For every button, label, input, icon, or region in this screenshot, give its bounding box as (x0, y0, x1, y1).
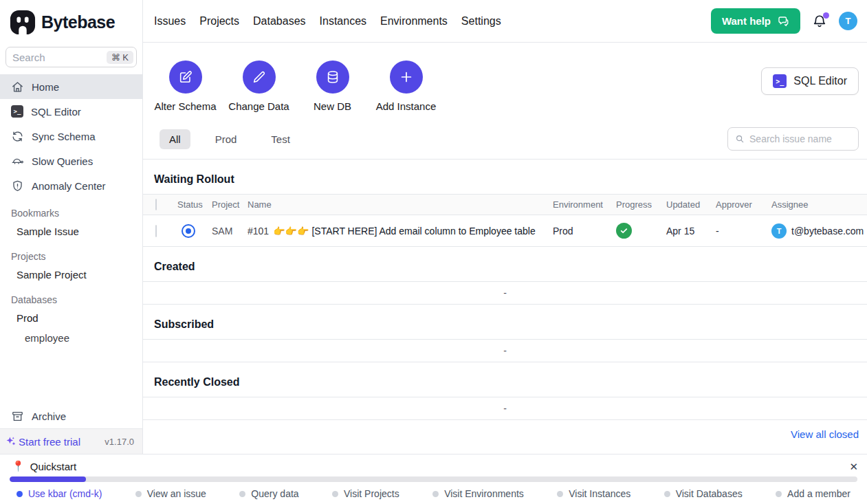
task-dot-icon (664, 491, 670, 497)
task-visit-environments[interactable]: Visit Environments (432, 488, 524, 499)
task-use-kbar[interactable]: Use kbar (cmd-k) (17, 488, 102, 499)
new-db-button[interactable]: New DB (307, 61, 358, 112)
want-help-label: Want help (722, 15, 771, 27)
turtle-icon (11, 155, 24, 168)
issue-id: #101 (248, 226, 269, 237)
col-status: Status (177, 199, 212, 210)
task-view-an-issue[interactable]: View an issue (135, 488, 206, 499)
sidebar-search-input[interactable] (12, 52, 107, 63)
nav-instances[interactable]: Instances (320, 15, 366, 28)
home-content: Alter Schema Change Data New DB Add Inst… (143, 43, 867, 454)
tab-prod[interactable]: Prod (206, 129, 247, 149)
tab-test[interactable]: Test (261, 129, 300, 149)
col-environment: Environment (553, 199, 616, 210)
sidebar-group-projects: Projects (0, 241, 142, 265)
sidebar-item-label: Anomaly Center (32, 180, 106, 192)
issue-search-input[interactable] (749, 133, 851, 144)
quick-action-label: Add Instance (376, 100, 437, 112)
plus-icon (399, 69, 414, 85)
tab-all[interactable]: All (160, 129, 190, 149)
nav-projects[interactable]: Projects (199, 15, 239, 28)
issue-updated: Apr 15 (666, 226, 716, 237)
assignee-email: t@bytebase.com (791, 226, 864, 237)
sidebar-item-sample-issue[interactable]: Sample Issue (0, 221, 142, 241)
task-dot-icon (17, 491, 23, 497)
alter-schema-button[interactable]: Alter Schema (160, 61, 211, 112)
home-icon (11, 80, 24, 94)
sidebar-group-bookmarks: Bookmarks (0, 198, 142, 221)
sidebar-item-prod[interactable]: Prod (0, 308, 142, 328)
sidebar-item-sample-project[interactable]: Sample Project (0, 265, 142, 285)
sidebar: Bytebase ⌘ K Home >_ SQL Editor Sync Sch… (0, 0, 143, 454)
notification-dot (823, 12, 829, 19)
issue-table-header: Status Project Name Environment Progress… (143, 194, 867, 215)
task-dot-icon (135, 491, 142, 497)
sidebar-item-label: Archive (32, 410, 66, 422)
version-label: v1.17.0 (105, 437, 134, 447)
issue-environment: Prod (553, 226, 616, 237)
sidebar-item-label: Slow Queries (32, 155, 93, 167)
nav-settings[interactable]: Settings (461, 15, 501, 28)
issue-title: 👉👉👉 [START HERE] Add email column to Emp… (273, 226, 536, 237)
sql-editor-button-label: SQL Editor (793, 75, 847, 87)
sidebar-item-label: Sync Schema (32, 131, 96, 142)
nav-environments[interactable]: Environments (380, 15, 448, 28)
sidebar-item-anomaly-center[interactable]: Anomaly Center (0, 173, 142, 198)
section-title-subscribed: Subscribed (143, 305, 867, 339)
task-visit-instances[interactable]: Visit Instances (557, 488, 630, 499)
terminal-icon: >_ (773, 74, 787, 88)
status-open-icon (182, 224, 195, 238)
task-visit-projects[interactable]: Visit Projects (332, 488, 399, 499)
sparkles-icon (6, 436, 17, 447)
environment-tabs: All Prod Test (143, 127, 867, 160)
issue-row[interactable]: SAM #101 👉👉👉 [START HERE] Add email colu… (143, 215, 867, 247)
add-instance-button[interactable]: Add Instance (380, 61, 432, 112)
task-add-a-member[interactable]: Add a member (776, 488, 850, 499)
quickstart-bar: 📍 Quickstart ✕ Use kbar (cmd-k) View an … (0, 454, 867, 504)
task-dot-icon (557, 491, 563, 497)
sidebar-item-sync-schema[interactable]: Sync Schema (0, 124, 142, 149)
sidebar-item-home[interactable]: Home (0, 74, 142, 99)
notification-bell[interactable] (812, 14, 827, 29)
app-root: Bytebase ⌘ K Home >_ SQL Editor Sync Sch… (0, 0, 867, 454)
sql-editor-button[interactable]: >_ SQL Editor (761, 67, 859, 95)
terminal-icon: >_ (11, 105, 23, 118)
select-all-checkbox[interactable] (155, 199, 157, 210)
bytebase-logo-icon (10, 9, 36, 35)
section-title-recently-closed: Recently Closed (143, 362, 867, 397)
task-visit-databases[interactable]: Visit Databases (664, 488, 743, 499)
task-dot-icon (332, 491, 338, 497)
start-free-trial-link[interactable]: Start free trial (6, 436, 80, 448)
quickstart-progress-fill (10, 476, 86, 482)
sidebar-item-archive[interactable]: Archive (0, 404, 142, 428)
quickstart-progress-track (10, 476, 857, 482)
nav-issues[interactable]: Issues (154, 15, 186, 28)
search-icon (735, 133, 745, 144)
issue-project: SAM (212, 226, 248, 237)
col-progress: Progress (616, 199, 666, 210)
view-all-closed-link[interactable]: View all closed (791, 428, 859, 440)
top-navbar: Issues Projects Databases Instances Envi… (143, 0, 867, 43)
edit-square-icon (178, 69, 193, 85)
row-checkbox[interactable] (155, 225, 157, 237)
sidebar-search[interactable]: ⌘ K (6, 47, 137, 67)
nav-databases[interactable]: Databases (253, 15, 306, 28)
recently-closed-empty-row: - (143, 397, 867, 420)
col-name: Name (248, 199, 553, 210)
created-empty-row: - (143, 281, 867, 305)
main-column: Issues Projects Databases Instances Envi… (143, 0, 867, 454)
issue-search[interactable] (727, 127, 859, 151)
sidebar-item-employee[interactable]: employee (0, 328, 142, 348)
user-avatar[interactable]: T (839, 12, 857, 30)
task-query-data[interactable]: Query data (239, 488, 298, 499)
sidebar-item-sql-editor[interactable]: >_ SQL Editor (0, 99, 142, 124)
section-title-created: Created (143, 247, 867, 281)
task-dot-icon (776, 491, 782, 497)
quickstart-close-button[interactable]: ✕ (849, 461, 858, 473)
sidebar-item-slow-queries[interactable]: Slow Queries (0, 149, 142, 173)
sidebar-item-label: Home (32, 81, 59, 93)
brand-logo[interactable]: Bytebase (0, 0, 142, 43)
change-data-button[interactable]: Change Data (233, 61, 285, 112)
want-help-button[interactable]: Want help (711, 8, 800, 34)
sidebar-group-databases: Databases (0, 285, 142, 308)
